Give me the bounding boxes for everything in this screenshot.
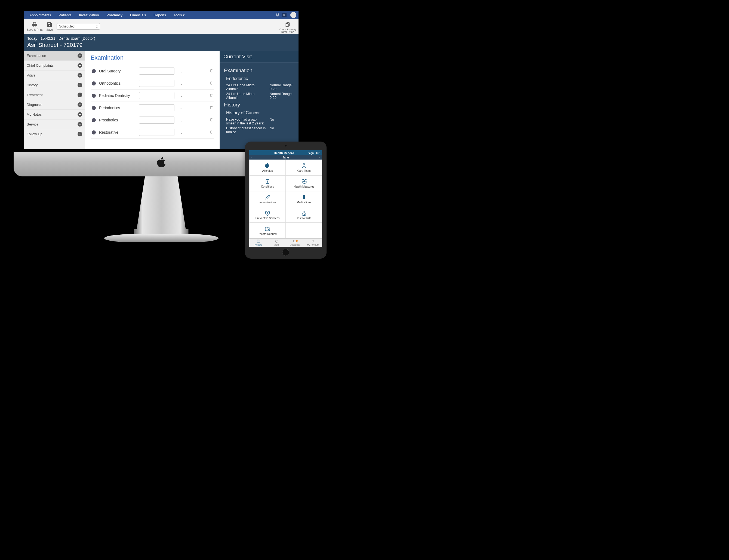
nav-financials[interactable]: Financials [127, 12, 149, 19]
chevron-down-icon[interactable]: ⌄ [178, 106, 185, 110]
right-title: Current Visit [220, 51, 299, 63]
phr-cell-test-results[interactable]: Test Results [286, 207, 322, 223]
user-avatar[interactable] [290, 12, 296, 18]
status-dropdown[interactable]: Scheduled ▴▾ [57, 23, 100, 30]
sidebar-item-treatment[interactable]: Treatment+ [24, 90, 85, 100]
plus-icon[interactable]: + [78, 122, 82, 127]
exam-input[interactable] [139, 80, 175, 87]
sidebar-item-examination[interactable]: Examination+ [24, 51, 85, 61]
bell-icon[interactable] [275, 12, 281, 19]
sidebar-item-chief-complaints[interactable]: Chief Complaints+ [24, 61, 85, 71]
nav-tools[interactable]: Tools▾ [170, 12, 188, 19]
plus-icon[interactable]: + [78, 63, 82, 68]
chevron-down-icon[interactable]: ⌄ [178, 118, 185, 122]
sidebar-item-history[interactable]: History+ [24, 80, 85, 90]
trash-icon[interactable] [210, 69, 213, 73]
content-panel: Examination +Oral Surgery⌄+Orthodontics⌄… [85, 51, 220, 149]
phr-tab-icon [256, 239, 261, 243]
phr-cell-allergies[interactable]: Allergies [249, 160, 286, 175]
phr-cell-immunizations[interactable]: Immunizations [249, 191, 286, 207]
phr-tab-visits[interactable]: Visits [268, 239, 286, 247]
sidebar-item-label: Treatment [27, 93, 43, 97]
phr-cell-medications[interactable]: Medications [286, 191, 322, 207]
save-button[interactable]: Save [46, 22, 53, 31]
sign-out-link[interactable]: Sign Out [308, 150, 322, 155]
visit-type: Dental Exam (Doctor) [59, 36, 95, 41]
trash-icon[interactable] [210, 106, 213, 110]
today-label: Today : [27, 36, 39, 41]
sidebar-item-service[interactable]: Service+ [24, 120, 85, 129]
plus-icon[interactable]: + [78, 53, 82, 58]
exam-label: Periodontics [99, 106, 136, 110]
plus-icon[interactable]: + [92, 69, 96, 73]
chevron-down-icon[interactable]: ⌄ [178, 94, 185, 98]
trash-icon[interactable] [210, 130, 213, 134]
phr-cell-icon [301, 163, 307, 169]
phr-cell-health-measures[interactable]: Health Measures [286, 175, 322, 191]
plus-icon[interactable]: + [92, 94, 96, 98]
plus-icon[interactable]: + [78, 83, 82, 87]
trash-icon[interactable] [210, 93, 213, 98]
save-print-button[interactable]: Save & Print [27, 22, 42, 31]
chevron-down-icon[interactable]: ⌄ [178, 69, 185, 73]
phr-cell-label: Allergies [262, 169, 273, 172]
phr-tab-record[interactable]: Record [249, 239, 268, 247]
sidebar-item-follow-up[interactable]: Follow Up+ [24, 129, 85, 139]
phr-tab-my-account[interactable]: My Account [304, 239, 322, 247]
phr-cell-care-team[interactable]: Care Team [286, 160, 322, 175]
nav-patients[interactable]: Patients [56, 12, 75, 19]
plus-icon[interactable]: + [92, 130, 96, 134]
sidebar-item-vitals[interactable]: Vitals+ [24, 71, 85, 80]
notification-count: 0 [282, 13, 287, 17]
nav-pharmacy[interactable]: Pharmacy [103, 12, 126, 19]
nav-reports[interactable]: Reports [151, 12, 170, 19]
exam-input[interactable] [139, 117, 175, 124]
phr-tab-icon [311, 239, 316, 243]
trash-icon[interactable] [210, 118, 213, 122]
phr-cell-icon [265, 194, 271, 200]
plus-icon[interactable]: + [92, 81, 96, 85]
nav-appointments[interactable]: Appointments [26, 12, 54, 19]
plus-icon[interactable]: + [78, 132, 82, 136]
exam-row: +Periodontics⌄ [91, 102, 214, 114]
phr-tab-label: Visits [274, 243, 279, 246]
badge-dot-icon [296, 240, 298, 242]
exam-input[interactable] [139, 68, 175, 75]
topnav: Appointments Patients Investigation Phar… [24, 11, 299, 19]
chevron-down-icon[interactable]: ⌄ [178, 130, 185, 134]
trash-icon[interactable] [210, 81, 213, 85]
plus-icon[interactable]: + [92, 106, 96, 110]
phr-cell-conditions[interactable]: Conditions [249, 175, 286, 191]
ipad-home-button[interactable] [282, 249, 289, 256]
sidebar-item-diagnosis[interactable]: Diagnosis+ [24, 100, 85, 110]
svg-rect-3 [303, 195, 305, 196]
plus-icon[interactable]: + [92, 118, 96, 122]
plus-icon[interactable]: + [78, 112, 82, 117]
nav-investigation[interactable]: Investigation [76, 12, 102, 19]
kv-key: 24 Hrs Urine Micro Albumin: [226, 83, 267, 91]
phr-cell-record-request[interactable]: Record Request [249, 223, 286, 238]
plus-icon[interactable]: + [78, 93, 82, 97]
phr-cell-label: Immunizations [259, 201, 276, 204]
exam-input[interactable] [139, 92, 175, 99]
plus-icon[interactable]: + [78, 73, 82, 78]
phr-cell-preventive-services[interactable]: Preventive Services [249, 207, 286, 223]
phr-cell-label: Record Request [258, 232, 277, 235]
chevron-down-icon[interactable]: ⌄ [178, 81, 185, 85]
plus-icon[interactable]: + [78, 102, 82, 107]
context-topline: Today : 15:42:21 Dental Exam (Doctor) [27, 36, 295, 41]
exam-row: +Restorative⌄ [91, 126, 214, 139]
phr-tab-messages[interactable]: Messages [286, 239, 304, 247]
svg-point-8 [313, 240, 314, 241]
chevron-left-icon[interactable]: ‹ [252, 156, 253, 159]
phr-cell-label: Health Measures [294, 185, 314, 188]
kv-row: Have you had a pap smear in the last 2 y… [226, 118, 294, 125]
chevron-right-icon[interactable]: › [319, 156, 320, 159]
exam-input[interactable] [139, 104, 175, 111]
exam-input[interactable] [139, 129, 175, 136]
phr-cell-icon [301, 210, 307, 216]
phr-cell-icon [265, 226, 271, 232]
sidebar-item-my-notes[interactable]: My Notes+ [24, 110, 85, 120]
phr-tab-label: My Account [307, 243, 319, 246]
main-area: Examination+Chief Complaints+Vitals+Hist… [24, 51, 299, 149]
